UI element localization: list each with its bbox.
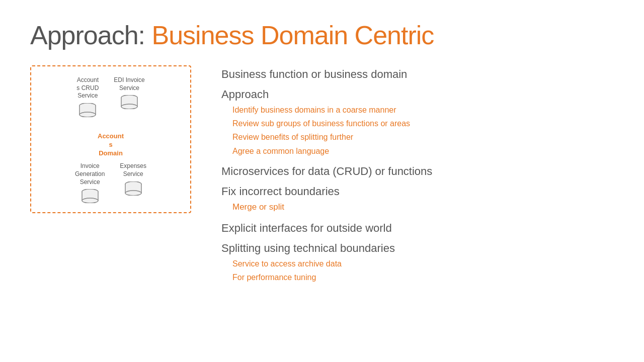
service-edi-invoice-label: EDI InvoiceService xyxy=(114,76,144,92)
service-edi-invoice: EDI InvoiceService xyxy=(114,76,144,117)
section2-bullets: Identify business domains in a coarse ma… xyxy=(232,103,614,158)
db-icon-expenses xyxy=(124,182,142,196)
domain-center-label: Account s Domain xyxy=(98,132,124,158)
services-top-row: Accounts CRUDService EDI InvoiceService xyxy=(40,76,181,117)
svg-point-19 xyxy=(125,191,141,196)
bullet-archive: Service to access archive data xyxy=(232,257,614,270)
svg-point-4 xyxy=(79,112,96,117)
service-expenses: ExpensesService xyxy=(120,162,146,203)
text-area: Business function or business domain App… xyxy=(221,65,614,286)
bullet-identify: Identify business domains in a coarse ma… xyxy=(232,103,614,117)
service-invoice-gen: InvoiceGenerationService xyxy=(75,162,105,203)
section4-label: Fix incorrect boundaries xyxy=(221,185,614,198)
bullet-performance: For performance tuning xyxy=(232,270,614,284)
bullet-agree-language: Agree a common language xyxy=(232,144,614,158)
db-icon-invoice xyxy=(81,189,99,203)
diagram-area: Accounts CRUDService EDI InvoiceService xyxy=(30,65,201,213)
section6-label: Splitting using technical boundaries xyxy=(221,242,614,255)
services-bottom-row: InvoiceGenerationService ExpensesService xyxy=(40,162,181,203)
svg-point-9 xyxy=(121,104,137,109)
content-area: Accounts CRUDService EDI InvoiceService xyxy=(30,65,614,286)
section2-label: Approach xyxy=(221,88,614,101)
domain-box: Accounts CRUDService EDI InvoiceService xyxy=(30,65,191,213)
service-expenses-label: ExpensesService xyxy=(120,162,146,178)
service-invoice-gen-label: InvoiceGenerationService xyxy=(75,162,105,186)
service-accounts-crud-label: Accounts CRUDService xyxy=(76,76,99,100)
title-prefix: Approach: xyxy=(30,21,152,50)
bullet-review-benefits: Review benefits of splitting further xyxy=(232,130,614,144)
db-icon-edi xyxy=(120,95,138,109)
title-highlight: Business Domain Centric xyxy=(152,21,434,50)
db-icon-accounts xyxy=(78,103,97,117)
slide-title: Approach: Business Domain Centric xyxy=(30,20,614,50)
bullet-review-sub: Review sub groups of business functions … xyxy=(232,117,614,130)
slide: Approach: Business Domain Centric Accoun… xyxy=(0,0,644,362)
section3-label: Microservices for data (CRUD) or functio… xyxy=(221,165,614,178)
svg-point-14 xyxy=(82,198,98,203)
section1-label: Business function or business domain xyxy=(221,68,614,81)
service-accounts-crud: Accounts CRUDService xyxy=(76,76,99,117)
section5-label: Explicit interfaces for outside world xyxy=(221,222,614,235)
section4-sub: Merge or split xyxy=(232,200,614,215)
section6-bullets: Service to access archive data For perfo… xyxy=(232,257,614,284)
